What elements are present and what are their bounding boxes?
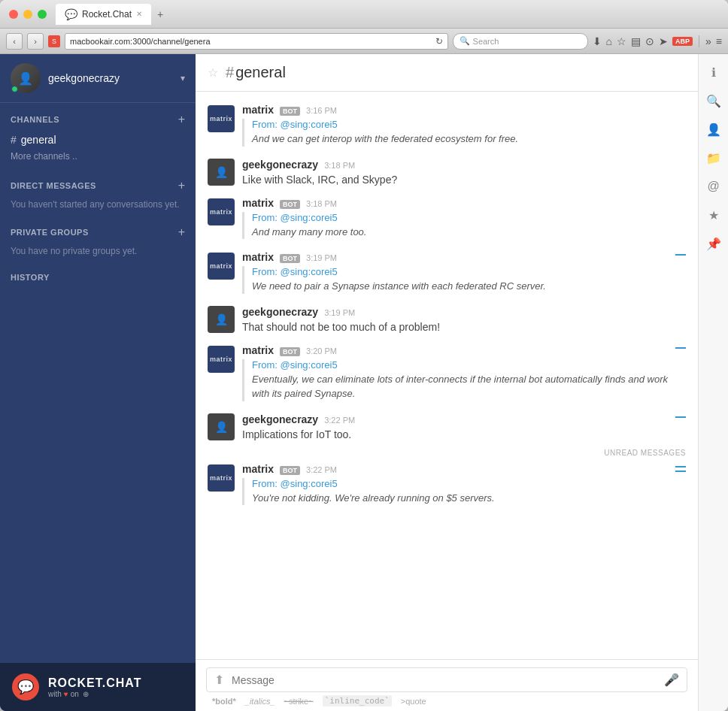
matrix-avatar: matrix — [208, 105, 235, 132]
message-actions[interactable] — [675, 347, 686, 349]
bot-badge: BOT — [280, 254, 300, 263]
titlebar: 💬 Rocket.Chat ✕ + — [0, 0, 728, 29]
pinned-icon[interactable]: 📌 — [702, 231, 726, 256]
forward-button[interactable]: › — [27, 33, 44, 50]
matrix-avatar: matrix — [208, 253, 235, 280]
address-text: macbookair.com:3000/channel/genera — [70, 37, 432, 46]
channels-section: CHANNELS + # general More channels .. — [0, 103, 196, 169]
matrix-avatar: matrix — [208, 198, 235, 225]
browser-toolbar: ‹ › S macbookair.com:3000/channel/genera… — [0, 29, 728, 54]
sidebar-branding: 💬 ROCKET.CHAT with ♥ on ⊕ — [0, 663, 196, 711]
quoted-message: From: @sing:corei5 And many many more to… — [242, 212, 686, 240]
hash-big-icon: # — [226, 64, 234, 80]
tab-close-button[interactable]: ✕ — [136, 10, 142, 18]
message-actions[interactable] — [675, 466, 686, 472]
unread-label: UNREAD MESSAGES — [604, 449, 686, 457]
quote-text: Eventually, we can eliminate lots of int… — [252, 372, 686, 401]
quote-text: We need to pair a Synapse instance with … — [252, 279, 686, 294]
message-sender: matrix — [242, 251, 274, 263]
home-icon[interactable]: ⌂ — [606, 35, 612, 47]
pg-empty-text: You have no private groups yet. — [11, 244, 185, 258]
quote-from: From: @sing:corei5 — [252, 266, 686, 277]
refresh-button[interactable]: ↻ — [435, 36, 443, 47]
input-row: ⬆ 🎤 — [206, 667, 687, 692]
site-favicon: S — [48, 35, 60, 47]
message-content: matrix BOT 3:22 PM From: @sing:corei5 Yo… — [242, 463, 686, 509]
message-input[interactable] — [232, 674, 657, 686]
browser-search[interactable]: 🔍 Search — [453, 33, 588, 50]
mentions-icon[interactable]: @ — [702, 174, 726, 198]
menu-button[interactable]: ≡ — [716, 35, 722, 47]
messages-area[interactable]: matrix matrix BOT 3:16 PM From: @sing:co… — [196, 92, 698, 659]
quote-text: And we can get interop with the federate… — [252, 132, 686, 147]
location-icon[interactable]: ➤ — [659, 35, 668, 47]
search-placeholder: Search — [473, 37, 499, 46]
add-channel-button[interactable]: + — [178, 113, 185, 126]
close-button[interactable] — [9, 10, 18, 19]
bookmark-icon[interactable]: ☆ — [617, 35, 626, 47]
unread-divider: UNREAD MESSAGES — [196, 447, 698, 458]
star-icon[interactable]: ☆ — [208, 65, 218, 80]
pg-header: PRIVATE GROUPS + — [11, 226, 185, 238]
channel-title: #general — [226, 64, 286, 81]
user-header[interactable]: 👤 geekgonecrazy ▾ — [0, 54, 196, 103]
message-sender: geekgonecrazy — [242, 159, 318, 171]
microphone-icon[interactable]: 🎤 — [664, 673, 679, 687]
active-tab[interactable]: 💬 Rocket.Chat ✕ — [56, 4, 151, 25]
message-header: geekgonecrazy 3:18 PM — [242, 159, 686, 171]
message-header: matrix BOT 3:19 PM — [242, 251, 686, 263]
info-icon[interactable]: ℹ — [702, 60, 726, 84]
history-section: HISTORY — [0, 262, 196, 292]
files-icon[interactable]: 📁 — [702, 146, 726, 170]
message-row: matrix matrix BOT 3:16 PM From: @sing:co… — [196, 99, 698, 154]
maximize-button[interactable] — [38, 10, 47, 19]
message-header: matrix BOT 3:18 PM — [242, 197, 686, 209]
quoted-message: From: @sing:corei5 And we can get intero… — [242, 119, 686, 147]
starred-icon[interactable]: ★ — [702, 203, 726, 227]
adblock-button[interactable]: ABP — [672, 37, 693, 46]
message-time: 3:16 PM — [306, 106, 337, 115]
rocket-logo: 💬 — [12, 673, 39, 700]
new-tab-button[interactable]: + — [157, 8, 163, 20]
chevron-down-icon[interactable]: ▾ — [180, 73, 185, 83]
hash-icon: # — [11, 134, 17, 146]
minimize-button[interactable] — [23, 10, 32, 19]
overflow-button[interactable]: » — [705, 35, 711, 47]
user-avatar-wrap: 👤 — [11, 63, 41, 93]
message-time: 3:18 PM — [306, 199, 337, 208]
quoted-message: From: @sing:corei5 Eventually, we can el… — [242, 359, 686, 401]
message-content: matrix BOT 3:20 PM From: @sing:corei5 Ev… — [242, 344, 686, 404]
channel-name-label: general — [21, 134, 56, 146]
add-dm-button[interactable]: + — [178, 180, 185, 192]
download-icon[interactable]: ⬇ — [593, 35, 602, 47]
back-button[interactable]: ‹ — [6, 33, 23, 50]
message-content: matrix BOT 3:16 PM From: @sing:corei5 An… — [242, 104, 686, 150]
message-header: matrix BOT 3:16 PM — [242, 104, 686, 116]
message-header: geekgonecrazy 3:22 PM — [242, 413, 686, 425]
reader-icon[interactable]: ▤ — [631, 35, 641, 47]
search-panel-icon[interactable]: 🔍 — [702, 89, 726, 113]
message-text: Implications for IoT too. — [242, 427, 686, 443]
quote-from: From: @sing:corei5 — [252, 119, 686, 130]
quote-text: And many many more too. — [252, 225, 686, 240]
channel-item-general[interactable]: # general — [11, 132, 185, 148]
message-time: 3:19 PM — [324, 308, 355, 317]
message-row: matrix matrix BOT 3:19 PM From: @sing:co… — [196, 247, 698, 301]
more-channels-link[interactable]: More channels .. — [11, 148, 185, 165]
channel-title-text: general — [235, 64, 286, 80]
message-actions[interactable] — [675, 416, 686, 418]
message-time: 3:22 PM — [324, 416, 355, 425]
message-actions[interactable] — [675, 254, 686, 256]
message-sender: matrix — [242, 104, 274, 116]
add-group-button[interactable]: + — [178, 226, 185, 238]
quoted-message: From: @sing:corei5 You're not kidding. W… — [242, 478, 686, 506]
shield-icon[interactable]: ⊙ — [645, 35, 654, 47]
dm-title: DIRECT MESSAGES — [11, 181, 96, 190]
italic-hint: _italics_ — [245, 697, 275, 706]
action-line — [675, 347, 686, 349]
members-icon[interactable]: 👤 — [702, 117, 726, 141]
address-bar[interactable]: macbookair.com:3000/channel/genera ↻ — [65, 33, 448, 50]
upload-icon[interactable]: ⬆ — [214, 673, 224, 687]
bold-hint: *bold* — [212, 697, 236, 706]
quote-from: From: @sing:corei5 — [252, 478, 686, 489]
